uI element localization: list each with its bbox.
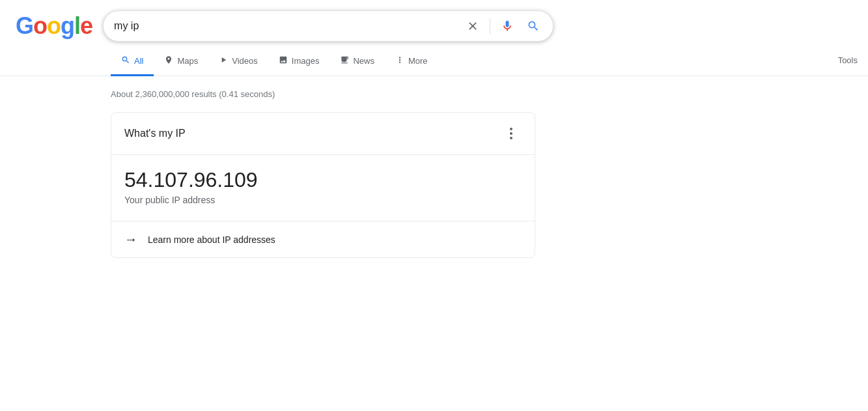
logo-g2: g: [61, 12, 74, 40]
tab-more-label: More: [408, 56, 428, 66]
tab-news[interactable]: News: [329, 48, 385, 76]
google-logo[interactable]: Google: [16, 12, 92, 40]
three-dots-icon: [503, 126, 519, 141]
widget-menu-button[interactable]: [501, 123, 522, 144]
tab-maps-label: Maps: [177, 56, 198, 66]
widget-footer[interactable]: → Learn more about IP addresses: [111, 221, 535, 257]
tab-more[interactable]: More: [385, 48, 438, 76]
widget-title: What's my IP: [124, 128, 186, 139]
divider: [490, 18, 490, 34]
widget-header: What's my IP: [111, 113, 535, 155]
tab-videos[interactable]: Videos: [208, 48, 268, 76]
tab-all-label: All: [134, 56, 143, 66]
logo-o1: o: [33, 12, 47, 40]
search-bar: [103, 10, 553, 42]
search-button[interactable]: [524, 17, 542, 35]
all-icon: [121, 55, 130, 66]
widget-body: 54.107.96.109 Your public IP address: [111, 155, 535, 221]
tab-maps[interactable]: Maps: [154, 48, 208, 76]
clear-button[interactable]: [464, 17, 482, 35]
logo-o2: o: [47, 12, 61, 40]
logo-e: e: [80, 12, 92, 40]
mic-icon: [501, 20, 514, 33]
tab-images-label: Images: [292, 56, 320, 66]
search-bar-icons: [464, 17, 542, 35]
tools-button[interactable]: Tools: [828, 48, 868, 75]
learn-more-text: Learn more about IP addresses: [148, 234, 275, 245]
images-icon: [279, 55, 288, 66]
tab-videos-label: Videos: [232, 56, 258, 66]
logo-g: G: [16, 12, 33, 40]
clear-icon: [466, 20, 479, 33]
ip-label: Your public IP address: [124, 195, 522, 205]
ip-widget: What's my IP 54.107.96.109 Your public I…: [111, 112, 535, 258]
mic-button[interactable]: [498, 17, 516, 35]
nav-tabs: All Maps Videos Images News More Tools: [0, 47, 868, 76]
videos-icon: [219, 55, 228, 66]
more-icon: [395, 55, 404, 66]
search-input[interactable]: [114, 20, 458, 32]
results-area: About 2,360,000,000 results (0.41 second…: [0, 76, 868, 271]
arrow-right-icon: →: [124, 232, 137, 247]
results-count: About 2,360,000,000 results (0.41 second…: [111, 89, 757, 99]
tab-news-label: News: [353, 56, 374, 66]
header: Google: [0, 0, 868, 42]
ip-address: 54.107.96.109: [124, 168, 522, 192]
search-icon: [527, 20, 540, 33]
tab-all[interactable]: All: [111, 48, 154, 76]
maps-icon: [164, 55, 173, 66]
tab-images[interactable]: Images: [268, 48, 330, 76]
logo-l: l: [74, 12, 80, 40]
news-icon: [340, 55, 349, 66]
